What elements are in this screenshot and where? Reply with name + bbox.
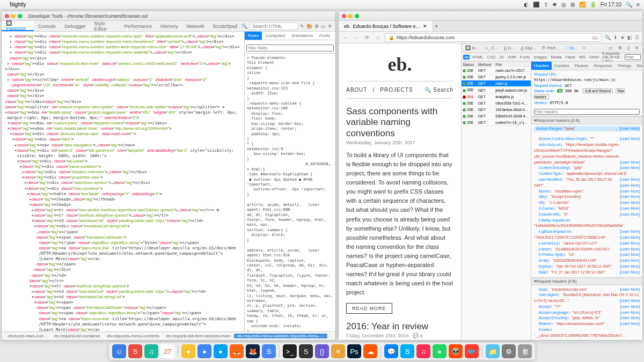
post-title[interactable]: 2016: Year in review (346, 321, 453, 332)
net-filter-media[interactable]: Media (550, 55, 562, 60)
net-request-row[interactable]: 200GETd9ce3f38-72b1-4332-9883-158… (462, 100, 531, 106)
search-link[interactable]: 🔍 Search (425, 87, 453, 93)
read-more-button[interactable]: READ MORE (346, 303, 392, 314)
menu-extra-icon[interactable]: ⊞ (570, 2, 575, 8)
forward-button[interactable]: → (353, 35, 360, 40)
net-filter-ws[interactable]: WS (578, 55, 587, 60)
url-input[interactable]: 🔒 https://eduardoboucas.com 📖 (385, 33, 602, 42)
home-button[interactable]: ⌂ (374, 35, 382, 40)
devtools-tab-style-editor[interactable]: Style Editor (90, 21, 120, 31)
net-detail-tab-params[interactable]: Params (572, 62, 591, 70)
breadcrumb-item[interactable]: div.request-list-container (51, 334, 104, 338)
net-request-row[interactable]: 200GETmain.css?v=20170125 (462, 68, 531, 74)
menu-extra-icon[interactable]: ◎ (561, 2, 566, 8)
net-filter-other[interactable]: Other (588, 55, 601, 60)
battery-icon[interactable]: 🔋 (590, 2, 596, 8)
reload-button[interactable]: ⟳ (363, 35, 371, 40)
net-filter-images[interactable]: Images (533, 55, 548, 60)
net-detail-tab-security[interactable]: Security (634, 62, 642, 70)
dom-tree-panel[interactable]: ▸ class="tag"><div class="requests-menu-… (2, 32, 244, 331)
add-rule-icon[interactable]: ✎ (300, 24, 304, 29)
close-tab-icon[interactable]: ✕ (423, 24, 427, 29)
net-request-row[interactable]: 304GETanalytics.js (462, 93, 531, 100)
devtools-tab-console[interactable]: Console (34, 21, 60, 31)
zoom-button[interactable] (18, 14, 22, 18)
site-logo[interactable]: eb. (346, 53, 453, 76)
dock-app-icon[interactable]: ● (433, 344, 447, 358)
search-icon[interactable]: 🔍 (626, 2, 632, 8)
net-filter-all[interactable]: All (463, 55, 470, 60)
post-title[interactable]: Sass components with variable naming con… (346, 106, 453, 139)
clock[interactable]: Fri 17:10 (601, 2, 621, 8)
nav-projects[interactable]: PROJECTS (380, 87, 413, 93)
css-tab-animations[interactable]: Animations (288, 32, 316, 40)
notifications-icon[interactable]: ≡ (636, 2, 640, 8)
dock-app-icon[interactable]: ● (181, 344, 195, 358)
dock-app-icon[interactable]: ☺ (112, 344, 126, 358)
search-button[interactable]: 🔍 (605, 35, 611, 40)
reader-icon[interactable]: 📖 (592, 35, 598, 40)
filter-styles-input[interactable] (246, 45, 334, 51)
dock-app-icon[interactable]: {} (315, 344, 329, 358)
net-request-row[interactable]: 200GETcollect?v=1&_v=j47&a=… (462, 120, 531, 126)
breadcrumb-item[interactable]: div.request-list-item.selected.even (163, 334, 233, 338)
css-tab-rules[interactable]: Rules (245, 32, 262, 40)
app-name[interactable]: Nightly (10, 2, 26, 8)
menu-extra-icon[interactable]: ❖ (552, 2, 557, 8)
back-button[interactable]: ← (342, 35, 349, 40)
net-column-method[interactable]: Method (477, 62, 495, 68)
dock-app-icon[interactable]: 🦊 (230, 344, 244, 358)
debugger-icon[interactable]: {} D… (502, 46, 517, 50)
new-tab-button[interactable]: + (435, 24, 438, 29)
css-rules[interactable]: ▾ Pseudo-elements This Element element {… (245, 54, 335, 331)
console-icon[interactable]: >_ C… (484, 46, 500, 50)
dock-app-icon[interactable]: 🐦 (465, 344, 479, 358)
dock-app-icon[interactable]: ● (214, 344, 228, 358)
dock-app-icon[interactable]: S (400, 344, 414, 358)
devtools-tab-scratchpad[interactable]: Scratchpad (208, 21, 241, 31)
network-request-list[interactable]: StatusMethodFile200GETmain.css?v=2017012… (462, 62, 531, 340)
bookmarks-icon[interactable]: ★ (620, 35, 625, 40)
dock-app-icon[interactable]: S (128, 344, 142, 358)
net-detail-tab-timings[interactable]: Timings (614, 62, 634, 70)
dock-app-icon[interactable]: S (262, 344, 276, 358)
titlebar[interactable]: Developer Tools - chrome://browser/conte… (2, 11, 335, 21)
titlebar[interactable] (339, 11, 642, 21)
close-button[interactable] (342, 14, 346, 18)
request-headers-section[interactable]: ▾ Request headers (0 B) (531, 277, 642, 285)
net-filter-css[interactable]: CSS (486, 55, 496, 60)
filter-input[interactable] (625, 54, 641, 60)
breadcrumb-item[interactable]: div.requests-menu-subitem.requests-menu-… (234, 334, 327, 338)
devtools-tab-network[interactable]: Network (182, 21, 208, 31)
menu-icon[interactable]: ☰ (635, 35, 639, 40)
dock-app-icon[interactable]: ☁ (363, 344, 377, 358)
dock-app-icon[interactable]: 🗑 (518, 344, 532, 358)
net-filter-html[interactable]: HTML (471, 55, 484, 60)
net-request-row[interactable]: 200GET1819a4ca-48c0-496c-a8d1-… (462, 106, 531, 113)
dock-app-icon[interactable]: 💬 (384, 344, 398, 358)
net-filter-fonts[interactable]: Fonts (519, 55, 531, 60)
dock-app-icon[interactable]: >_ (283, 344, 297, 358)
css-tab-computed[interactable]: Computed (262, 32, 288, 40)
close-button[interactable] (5, 14, 9, 18)
pocket-icon[interactable]: ◧ (627, 35, 632, 40)
inspector-icon[interactable]: 🔲 In… (464, 46, 481, 50)
dock-app-icon[interactable]: ≡ (331, 344, 345, 358)
zoom-button[interactable] (355, 14, 359, 18)
styles-icon[interactable]: {} Styl… (519, 46, 538, 50)
devtools-tab-debugger[interactable]: Debugger (60, 21, 90, 31)
eyedropper-icon[interactable]: 🎨 (306, 24, 312, 29)
more-icon[interactable]: » (581, 46, 587, 50)
dock-app-icon[interactable]: ♫ (416, 344, 430, 358)
dock-icon[interactable]: ▭ (321, 24, 326, 29)
dock-icon[interactable]: ▯ (626, 46, 631, 50)
net-detail-tab-response[interactable]: Response (591, 62, 614, 70)
minimize-button[interactable] (11, 14, 16, 18)
css-tab-fonts[interactable]: Fonts (316, 32, 333, 40)
dock-app-icon[interactable]: Ps (347, 344, 361, 358)
breadcrumb-item[interactable]: .devtools-main-con… (4, 334, 51, 338)
dock-app-icon[interactable]: ● (197, 344, 211, 358)
net-request-row[interactable]: 200GET836e5143-3b38-45f3-b0… (462, 113, 531, 120)
network-tab[interactable]: ↓↑ N… (563, 46, 579, 50)
filter-headers-input[interactable] (534, 109, 640, 115)
